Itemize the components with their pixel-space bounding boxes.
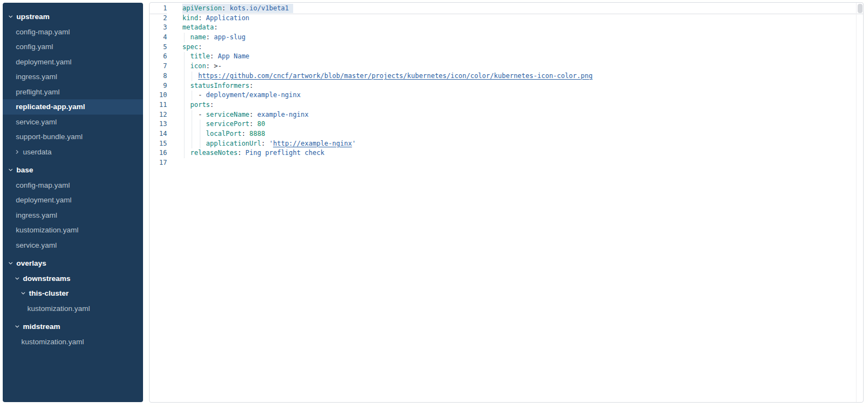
code-line[interactable]: metadata: bbox=[182, 23, 863, 33]
editor-gutter: 1234567891011121314151617 bbox=[150, 4, 176, 402]
tree-item-config-map-yaml[interactable]: config-map.yaml bbox=[3, 25, 143, 40]
tree-item-this-cluster[interactable]: this-cluster bbox=[3, 286, 143, 301]
tree-item-midstream[interactable]: midstream bbox=[3, 319, 143, 334]
tree-item-kustomization-yaml[interactable]: kustomization.yaml bbox=[3, 301, 143, 316]
code-area[interactable]: apiVersion: kots.io/v1beta1kind: Applica… bbox=[176, 4, 863, 402]
chevron-down-icon bbox=[15, 324, 20, 329]
tree-item-service-yaml[interactable]: service.yaml bbox=[3, 115, 143, 130]
code-editor[interactable]: 1234567891011121314151617 apiVersion: ko… bbox=[150, 3, 863, 402]
tree-item-config-map-yaml[interactable]: config-map.yaml bbox=[3, 178, 143, 193]
code-token: applicationUrl bbox=[206, 140, 261, 147]
code-line[interactable]: releaseNotes: Ping preflight check bbox=[182, 148, 863, 158]
tree-item-support-bundle-yaml[interactable]: support-bundle.yaml bbox=[3, 129, 143, 145]
code-line[interactable]: localPort: 8888 bbox=[182, 129, 863, 139]
code-line[interactable]: ports: bbox=[182, 100, 863, 110]
tree-item-label: midstream bbox=[23, 322, 60, 331]
code-line[interactable]: name: app-slug bbox=[182, 33, 863, 43]
code-token: kind bbox=[182, 14, 198, 22]
code-line[interactable]: servicePort: 80 bbox=[182, 119, 863, 129]
code-line[interactable]: spec: bbox=[182, 43, 863, 52]
code-line[interactable]: https://github.com/cncf/artwork/blob/mas… bbox=[182, 71, 863, 81]
code-token: icon bbox=[190, 62, 206, 70]
code-token: 80 bbox=[257, 120, 265, 128]
tree-item-label: this-cluster bbox=[29, 289, 69, 297]
scrollbar-thumb[interactable] bbox=[858, 4, 863, 13]
line-number: 12 bbox=[150, 110, 167, 120]
url-link[interactable]: https://github.com/cncf/artwork/blob/mas… bbox=[198, 72, 592, 80]
code-line[interactable] bbox=[182, 158, 863, 168]
code-token: 8888 bbox=[249, 130, 265, 137]
code-token: : bbox=[249, 111, 257, 118]
tree-item-label: config.yaml bbox=[16, 43, 53, 51]
line-content: metadata: bbox=[182, 23, 218, 31]
code-token: : bbox=[198, 43, 202, 51]
code-token: : bbox=[210, 101, 214, 109]
tree-item-deployment-yaml[interactable]: deployment.yaml bbox=[3, 55, 143, 70]
tree-item-label: overlays bbox=[16, 259, 46, 267]
line-content: localPort: 8888 bbox=[182, 130, 265, 137]
line-content: - serviceName: example-nginx bbox=[182, 111, 308, 118]
code-token: deployment/example-nginx bbox=[206, 91, 300, 99]
tree-item-ingress-yaml[interactable]: ingress.yaml bbox=[3, 208, 143, 223]
scrollbar-track[interactable] bbox=[856, 3, 863, 402]
code-line[interactable]: icon: >- bbox=[182, 62, 863, 71]
url-link[interactable]: http://example-nginx bbox=[273, 140, 352, 147]
tree-item-preflight-yaml[interactable]: preflight.yaml bbox=[3, 85, 143, 100]
line-number: 16 bbox=[150, 148, 167, 158]
code-token: : bbox=[237, 149, 245, 157]
tree-item-ingress-yaml[interactable]: ingress.yaml bbox=[3, 69, 143, 85]
code-token: : bbox=[206, 33, 213, 41]
line-number: 5 bbox=[150, 43, 167, 52]
code-token: Ping preflight check bbox=[246, 149, 325, 157]
kots-file-tree-page: upstreamconfig-map.yamlconfig.yamldeploy… bbox=[0, 0, 868, 407]
tree-item-kustomization-yaml[interactable]: kustomization.yaml bbox=[3, 223, 143, 238]
tree-item-deployment-yaml[interactable]: deployment.yaml bbox=[3, 193, 143, 208]
tree-item-downstreams[interactable]: downstreams bbox=[3, 271, 143, 286]
code-token: kots.io/v1beta1 bbox=[230, 4, 289, 12]
line-content: icon: >- bbox=[182, 62, 222, 70]
code-line[interactable]: apiVersion: kots.io/v1beta1 bbox=[182, 4, 863, 14]
tree-item-base[interactable]: base bbox=[3, 163, 143, 178]
code-line[interactable]: - deployment/example-nginx bbox=[182, 91, 863, 100]
code-token: : >- bbox=[206, 62, 222, 70]
tree-item-label: userdata bbox=[23, 148, 52, 156]
code-line[interactable]: title: App Name bbox=[182, 52, 863, 62]
code-line[interactable]: applicationUrl: 'http://example-nginx' bbox=[182, 139, 863, 149]
code-line[interactable]: kind: Application bbox=[182, 14, 863, 23]
tree-item-upstream[interactable]: upstream bbox=[3, 9, 143, 25]
code-token: metadata bbox=[182, 23, 214, 31]
file-tree-sidebar: upstreamconfig-map.yamlconfig.yamldeploy… bbox=[3, 3, 143, 402]
tree-item-userdata[interactable]: userdata bbox=[3, 145, 143, 160]
selection-highlight: apiVersion: kots.io/v1beta1 bbox=[182, 4, 293, 13]
tree-item-kustomization-yaml[interactable]: kustomization.yaml bbox=[3, 334, 143, 350]
tree-item-label: service.yaml bbox=[16, 241, 57, 249]
tree-item-label: kustomization.yaml bbox=[21, 338, 84, 346]
code-token: : bbox=[249, 120, 257, 128]
line-content: kind: Application bbox=[182, 14, 249, 22]
tree-item-label: ingress.yaml bbox=[16, 73, 57, 81]
tree-item-overlays[interactable]: overlays bbox=[3, 256, 143, 271]
code-token: serviceName bbox=[206, 111, 249, 118]
line-number: 2 bbox=[150, 14, 167, 23]
tree-item-label: deployment.yaml bbox=[16, 196, 72, 204]
line-number: 15 bbox=[150, 139, 167, 149]
line-number: 7 bbox=[150, 62, 167, 71]
chevron-down-icon bbox=[8, 14, 13, 19]
code-token: apiVersion bbox=[182, 4, 222, 12]
line-number: 4 bbox=[150, 33, 167, 43]
code-token: : bbox=[214, 23, 218, 31]
chevron-down-icon bbox=[8, 167, 13, 172]
code-token: app-slug bbox=[214, 33, 246, 41]
code-line[interactable]: statusInformers: bbox=[182, 81, 863, 91]
code-token: statusInformers bbox=[190, 82, 249, 89]
tree-item-label: replicated-app.yaml bbox=[16, 103, 85, 111]
code-line[interactable]: - serviceName: example-nginx bbox=[182, 110, 863, 120]
code-token: : bbox=[210, 52, 218, 60]
tree-item-label: base bbox=[16, 166, 33, 174]
tree-item-service-yaml[interactable]: service.yaml bbox=[3, 238, 143, 253]
tree-item-replicated-app-yaml[interactable]: replicated-app.yaml bbox=[3, 99, 143, 115]
chevron-down-icon bbox=[8, 261, 13, 266]
line-content: https://github.com/cncf/artwork/blob/mas… bbox=[182, 72, 592, 80]
tree-item-label: preflight.yaml bbox=[16, 88, 60, 96]
tree-item-config-yaml[interactable]: config.yaml bbox=[3, 39, 143, 55]
